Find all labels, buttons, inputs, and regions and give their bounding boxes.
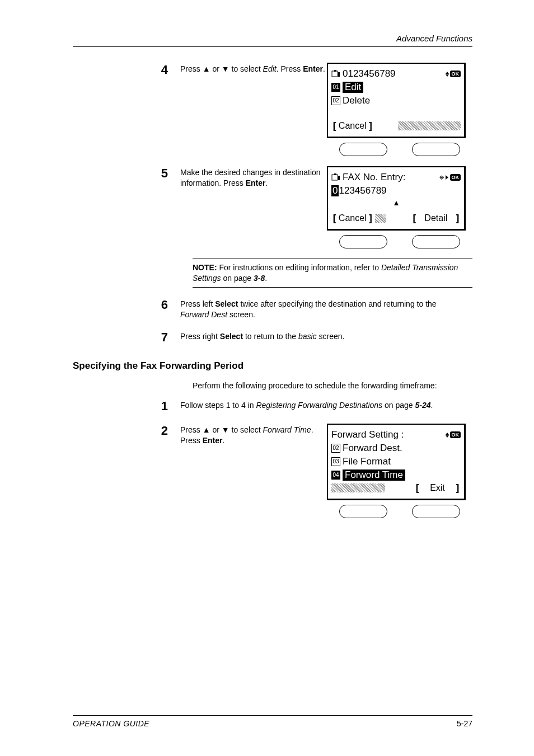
step-7-number: 7 (73, 330, 180, 345)
lcd2-buttons (327, 235, 472, 248)
footer-right: 5-27 (457, 719, 472, 728)
step4-text-g: . (323, 64, 325, 73)
note-rule-top (193, 259, 472, 259)
fax-icon (331, 69, 340, 78)
svg-rect-0 (332, 71, 338, 77)
fax-icon (331, 173, 340, 182)
lcd3-ok-indicator: OK (446, 431, 461, 438)
step-5-number: 5 (73, 166, 180, 181)
lcd3-dither (331, 483, 385, 492)
step7-text-e: screen. (317, 332, 345, 341)
note-text-a: For instructions on editing information,… (217, 263, 381, 272)
lcd1-edit-num-icon: 01 (331, 83, 340, 92)
lcd2-detail-softkey: [ Detail ] (411, 213, 461, 224)
step-2b-number: 2 (73, 424, 180, 438)
step7-basic: basic (298, 332, 317, 341)
step4-text-e: . Press (277, 64, 303, 73)
svg-rect-2 (338, 72, 340, 77)
svg-rect-4 (334, 173, 336, 175)
lcd1-edit-row: 01 Edit (331, 81, 461, 94)
step6-select: Select (215, 299, 238, 308)
step-6-text: Press left Select twice after specifying… (180, 298, 467, 320)
step1b-text-a: Follow steps 1 to 4 in (180, 401, 256, 410)
lcd3-i1-num-icon: 02 (331, 444, 340, 453)
step-4-text: Press ▲ or ▼ to select Edit. Press Enter… (180, 63, 327, 74)
lcd3-right-button[interactable] (412, 505, 460, 518)
step7-text-c: to return to the (243, 332, 298, 341)
step4-edit-word: Edit (263, 64, 277, 73)
lcd2-screen: FAX No. Entry: ❋ OK 0123456789 [ Cancel … (327, 166, 466, 231)
step-4-number: 4 (73, 63, 180, 77)
step2b-fwdtime: Forward Time (263, 425, 311, 434)
lcd1-number: 0123456789 (343, 68, 396, 79)
step-1b-text: Follow steps 1 to 4 in Registering Forwa… (180, 399, 467, 411)
step-1b-number: 1 (73, 399, 180, 414)
lcd1-buttons (327, 143, 472, 156)
lcd3-title: Forward Setting (331, 429, 399, 440)
up-triangle-icon: ▲ (203, 425, 210, 434)
lcd2-colon: : (403, 172, 406, 183)
step1b-page: 5-24 (415, 401, 430, 410)
lcd2-softkeys: [ Cancel ] [ Detail ] (331, 212, 461, 224)
step-7-text: Press right Select to return to the basi… (180, 330, 467, 342)
step2b-enter: Enter (203, 436, 223, 445)
asterisk-icon: ❋ (439, 175, 444, 181)
step6-dest: Forward Dest (180, 310, 227, 319)
note-label: NOTE: (193, 263, 217, 272)
lcd2-detail-label: Detail (424, 213, 447, 223)
lcd1-spacer (331, 107, 461, 116)
lcd3-item2-label: File Format (343, 456, 391, 467)
lcd1-title-row: 0123456789 OK (331, 67, 461, 81)
lcd1-right-button[interactable] (412, 143, 460, 156)
section-intro: Perform the following procedure to sched… (193, 381, 472, 392)
lcd3-left-button[interactable] (339, 505, 387, 518)
lcd1-column: 0123456789 OK 01 Edit 02 Delete (327, 63, 472, 156)
step7-text-a: Press right (180, 332, 220, 341)
lcd1-left-button[interactable] (339, 143, 387, 156)
note-text-c: on page (221, 274, 254, 283)
lcd2-spacer (331, 206, 461, 209)
lcd3-item2: 03 File Format (331, 455, 461, 468)
lcd1-delete-label: Delete (343, 95, 370, 106)
note-page: 3-8 (254, 274, 265, 283)
lcd2-cursor-char: 0 (331, 185, 339, 196)
step2b-text-b: or (210, 425, 222, 434)
step-2b-text: Press ▲ or ▼ to select Forward Time. Pre… (180, 424, 327, 446)
svg-rect-1 (334, 70, 336, 72)
lcd3-softkeys: [ Exit ] (331, 482, 461, 494)
ok-icon: OK (450, 174, 461, 181)
lcd3-item1: 02 Forward Dest. (331, 442, 461, 455)
lcd2-left-button[interactable] (339, 235, 387, 248)
step2b-text-g: . (222, 436, 224, 445)
svg-rect-3 (332, 175, 338, 180)
lcd3-buttons (327, 505, 472, 518)
step4-text-b: or (210, 64, 222, 73)
step-5-text: Make the desired changes in destination … (180, 166, 327, 189)
lcd3-i3-num-icon: 04 (331, 471, 340, 480)
step1b-ref: Registering Forwarding Destinations (256, 401, 382, 410)
lcd3-item3-label: Forword Time (343, 469, 405, 481)
step1b-text-e: . (431, 401, 433, 410)
step5-enter-word: Enter (246, 179, 266, 187)
step1b-text-c: on page (382, 401, 415, 410)
step2b-text-a: Press (180, 425, 203, 434)
lcd2-value-rest: 123456789 (339, 185, 386, 196)
step6-text-a: Press left (180, 299, 215, 308)
header-section: Advanced Functions (73, 34, 472, 43)
lcd2-cancel-label: Cancel (339, 213, 367, 223)
header-rule (73, 46, 472, 47)
step-1b-row: 1 Follow steps 1 to 4 in Registering For… (73, 399, 472, 414)
lcd3-title-row: Forward Setting : OK (331, 428, 461, 442)
step7-select: Select (220, 332, 243, 341)
step-4-row: 4 Press ▲ or ▼ to select Edit. Press Ent… (73, 63, 472, 156)
lcd1-cancel-label: Cancel (339, 121, 367, 131)
lcd3-exit-label: Exit (430, 483, 445, 493)
lcd3-colon: : (401, 429, 404, 440)
svg-rect-5 (338, 176, 340, 180)
lcd1-screen: 0123456789 OK 01 Edit 02 Delete (327, 63, 466, 138)
step4-enter-word: Enter (303, 64, 323, 73)
note-text-e: . (265, 274, 267, 283)
note-text: NOTE: For instructions on editing inform… (193, 262, 472, 284)
lcd2-right-button[interactable] (412, 235, 460, 248)
lcd1-ok-indicator: OK (446, 71, 461, 77)
